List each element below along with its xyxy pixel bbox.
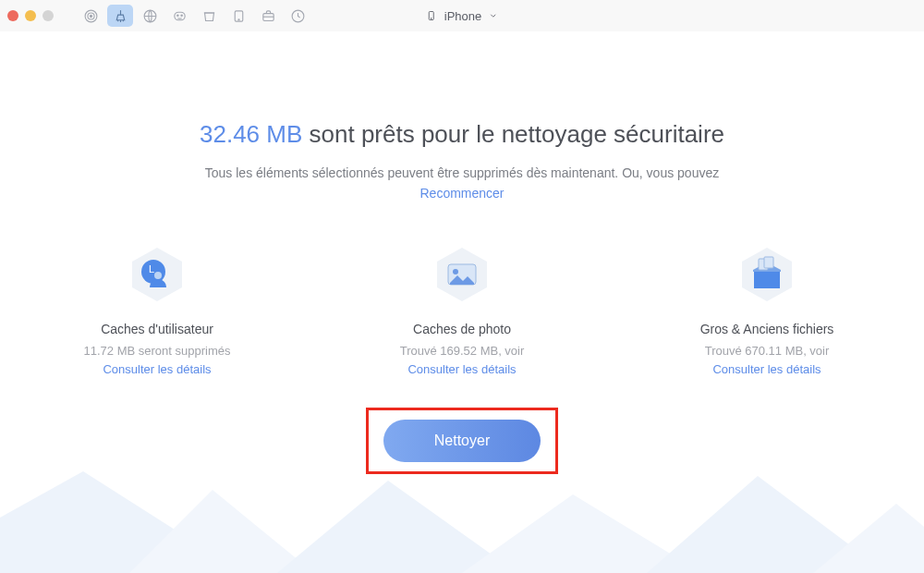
svg-point-19 — [453, 269, 458, 274]
card-details-link[interactable]: Consulter les détails — [370, 362, 554, 376]
close-window-button[interactable] — [7, 10, 18, 21]
svg-point-8 — [237, 18, 238, 19]
headline-text: sont prêts pour le nettoyage sécuritaire — [302, 120, 724, 148]
background-mountains — [0, 462, 924, 573]
svg-point-16 — [154, 272, 162, 279]
airplay-icon[interactable] — [78, 5, 103, 27]
card-sub: Trouvé 670.11 MB, voir — [675, 344, 859, 358]
fullscreen-window-button[interactable] — [43, 10, 54, 21]
svg-point-5 — [176, 15, 177, 16]
minimize-window-button[interactable] — [25, 10, 36, 21]
main-content: 32.46 MB sont prêts pour le nettoyage sé… — [0, 31, 924, 474]
card-title: Gros & Anciens fichiers — [675, 322, 859, 336]
clean-icon[interactable] — [107, 5, 133, 27]
clean-button[interactable]: Nettoyer — [383, 420, 541, 462]
globe-icon[interactable] — [137, 5, 163, 27]
large-files-icon — [736, 244, 797, 305]
chevron-down-icon — [489, 11, 498, 20]
history-icon[interactable] — [285, 5, 310, 27]
headline: 32.46 MB sont prêts pour le nettoyage sé… — [0, 120, 924, 149]
photo-cache-icon — [432, 244, 492, 305]
toolbar: iPhone — [0, 0, 924, 31]
phone-icon — [426, 9, 437, 22]
svg-point-2 — [90, 15, 91, 17]
trash-icon[interactable] — [196, 5, 222, 27]
window-controls — [7, 10, 54, 21]
card-title: Caches de photo — [370, 322, 554, 336]
svg-text:L: L — [149, 263, 154, 274]
card-details-link[interactable]: Consulter les détails — [65, 362, 249, 376]
svg-rect-21 — [754, 272, 780, 288]
briefcase-icon[interactable] — [255, 5, 281, 27]
tablet-icon[interactable] — [225, 5, 251, 27]
card-sub: 11.72 MB seront supprimés — [65, 344, 249, 358]
user-cache-icon: L — [127, 244, 188, 305]
headline-size: 32.46 MB — [200, 120, 302, 148]
mask-icon[interactable] — [166, 5, 192, 27]
restart-link[interactable]: Recommencer — [419, 186, 504, 201]
card-photo-caches: Caches de photo Trouvé 169.52 MB, voir C… — [370, 244, 554, 376]
card-large-old-files: Gros & Anciens fichiers Trouvé 670.11 MB… — [675, 244, 859, 376]
card-details-link[interactable]: Consulter les détails — [675, 362, 859, 376]
tool-icons — [78, 5, 310, 27]
svg-point-12 — [431, 18, 432, 19]
action-area: Nettoyer — [0, 408, 924, 474]
action-highlight-box: Nettoyer — [366, 408, 558, 474]
cards-row: L Caches d'utilisateur 11.72 MB seront s… — [0, 244, 924, 376]
svg-point-6 — [180, 15, 181, 16]
card-title: Caches d'utilisateur — [65, 322, 249, 336]
svg-rect-23 — [764, 257, 773, 268]
subline: Tous les éléments sélectionnés peuvent ê… — [0, 165, 924, 180]
device-name: iPhone — [444, 9, 481, 23]
device-selector[interactable]: iPhone — [426, 9, 498, 23]
card-user-caches: L Caches d'utilisateur 11.72 MB seront s… — [65, 244, 249, 376]
card-sub: Trouvé 169.52 MB, voir — [370, 344, 554, 358]
